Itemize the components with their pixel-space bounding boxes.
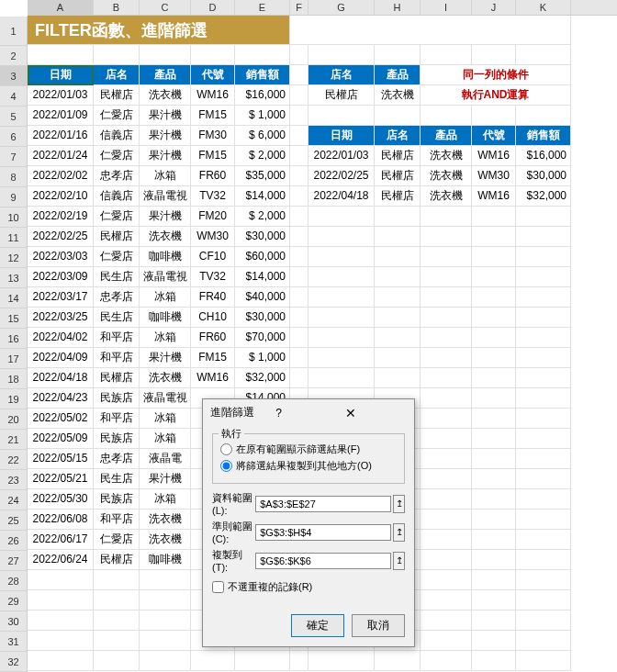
data-cell[interactable]: 2022/06/24	[28, 550, 94, 570]
data-cell[interactable]: 液晶電視	[140, 267, 191, 287]
row-header-19[interactable]: 19	[0, 389, 28, 409]
data-cell[interactable]: TV32	[191, 267, 235, 287]
crit-cell[interactable]: 民權店	[308, 85, 375, 106]
row-header-3[interactable]: 3	[0, 66, 28, 86]
criteria-range-input[interactable]	[255, 524, 391, 541]
data-cell[interactable]: 忠孝店	[94, 449, 140, 469]
data-cell[interactable]: TV32	[191, 186, 235, 207]
data-cell[interactable]: 2022/05/02	[28, 409, 94, 429]
data-cell[interactable]: $32,000	[235, 368, 290, 388]
data-cell[interactable]: 民族店	[94, 429, 140, 449]
data-cell[interactable]: 2022/04/02	[28, 328, 94, 348]
data-cell[interactable]: 2022/01/09	[28, 106, 94, 126]
col-header-J[interactable]: J	[472, 0, 516, 15]
data-cell[interactable]: 2022/02/19	[28, 207, 94, 227]
data-cell[interactable]: $14,000	[235, 186, 290, 207]
data-cell[interactable]: 仁愛店	[94, 106, 140, 126]
data-cell[interactable]: 冰箱	[140, 429, 191, 449]
range-picker-icon[interactable]: ↥	[393, 552, 405, 570]
radio-copy-input[interactable]	[220, 460, 232, 472]
data-cell[interactable]: FM30	[191, 126, 235, 146]
data-cell[interactable]: 2022/01/03	[28, 85, 94, 106]
data-cell[interactable]: 2022/05/15	[28, 449, 94, 469]
row-header-13[interactable]: 13	[0, 268, 28, 288]
data-cell[interactable]: FR60	[191, 166, 235, 186]
data-cell[interactable]: 2022/03/09	[28, 267, 94, 287]
crit-cell[interactable]: 洗衣機	[375, 85, 421, 106]
data-cell[interactable]: FR40	[191, 287, 235, 308]
data-cell[interactable]: $60,000	[235, 247, 290, 267]
result-cell[interactable]: 洗衣機	[421, 186, 472, 207]
result-cell[interactable]: WM16	[472, 186, 516, 207]
radio-copy-to[interactable]: 將篩選結果複製到其他地方(O)	[220, 459, 397, 473]
data-cell[interactable]: 和平店	[94, 348, 140, 368]
row-header-28[interactable]: 28	[0, 571, 28, 591]
data-cell[interactable]: FM15	[191, 106, 235, 126]
col-header-D[interactable]: D	[191, 0, 235, 15]
data-cell[interactable]: $70,000	[235, 328, 290, 348]
copy-to-input[interactable]	[255, 553, 391, 569]
crit-header[interactable]: 產品	[375, 65, 421, 85]
row-header-16[interactable]: 16	[0, 329, 28, 349]
data-cell[interactable]: FM20	[191, 207, 235, 227]
data-cell[interactable]: 冰箱	[140, 489, 191, 510]
unique-checkbox[interactable]	[212, 581, 224, 593]
data-cell[interactable]: 和平店	[94, 510, 140, 530]
result-cell[interactable]: 2022/01/03	[308, 146, 375, 166]
row-header-2[interactable]: 2	[0, 46, 28, 66]
data-cell[interactable]: 2022/05/21	[28, 469, 94, 489]
col-header-G[interactable]: G	[308, 0, 375, 15]
data-cell[interactable]: $14,000	[235, 267, 290, 287]
result-cell[interactable]: $30,000	[516, 166, 571, 186]
data-cell[interactable]: $ 6,000	[235, 126, 290, 146]
data-cell[interactable]: 忠孝店	[94, 166, 140, 186]
data-cell[interactable]: 民權店	[94, 85, 140, 106]
data-cell[interactable]: 2022/04/09	[28, 348, 94, 368]
left-header[interactable]: 產品	[140, 65, 191, 85]
data-cell[interactable]: 民生店	[94, 308, 140, 328]
row-header-10[interactable]: 10	[0, 207, 28, 228]
result-cell[interactable]: WM30	[472, 166, 516, 186]
radio-filter-inplace[interactable]: 在原有範圍顯示篩選結果(F)	[220, 442, 397, 456]
data-cell[interactable]: 果汁機	[140, 207, 191, 227]
result-cell[interactable]: 民權店	[375, 146, 421, 166]
note-text[interactable]: 同一列的條件	[421, 65, 571, 85]
data-cell[interactable]: 洗衣機	[140, 510, 191, 530]
row-header-24[interactable]: 24	[0, 490, 28, 510]
data-cell[interactable]: 信義店	[94, 186, 140, 207]
data-cell[interactable]: 民族店	[94, 388, 140, 409]
data-cell[interactable]: $40,000	[235, 287, 290, 308]
data-cell[interactable]: 2022/05/30	[28, 489, 94, 510]
data-cell[interactable]: 民族店	[94, 489, 140, 510]
data-cell[interactable]: 液晶電	[140, 449, 191, 469]
data-cell[interactable]: 民權店	[94, 368, 140, 388]
data-cell[interactable]: 民生店	[94, 267, 140, 287]
data-cell[interactable]: 2022/01/16	[28, 126, 94, 146]
row-header-1[interactable]: 1	[0, 17, 28, 46]
result-cell[interactable]: 民權店	[375, 186, 421, 207]
row-header-20[interactable]: 20	[0, 409, 28, 430]
data-cell[interactable]: 冰箱	[140, 409, 191, 429]
data-cell[interactable]: 2022/06/17	[28, 530, 94, 550]
crit-header[interactable]: 店名	[308, 65, 375, 85]
data-cell[interactable]: $ 2,000	[235, 146, 290, 166]
col-header-I[interactable]: I	[421, 0, 472, 15]
data-cell[interactable]: 咖啡機	[140, 550, 191, 570]
result-cell[interactable]: 2022/04/18	[308, 186, 375, 207]
data-cell[interactable]: 咖啡機	[140, 247, 191, 267]
data-cell[interactable]: 2022/04/23	[28, 388, 94, 409]
data-cell[interactable]: 信義店	[94, 126, 140, 146]
data-cell[interactable]: 冰箱	[140, 287, 191, 308]
data-cell[interactable]: 咖啡機	[140, 308, 191, 328]
data-cell[interactable]: 果汁機	[140, 106, 191, 126]
row-header-6[interactable]: 6	[0, 127, 28, 147]
radio-inplace-input[interactable]	[220, 443, 232, 455]
row-header-5[interactable]: 5	[0, 106, 28, 127]
data-cell[interactable]: 洗衣機	[140, 227, 191, 247]
row-header-15[interactable]: 15	[0, 308, 28, 329]
data-cell[interactable]: 果汁機	[140, 469, 191, 489]
data-cell[interactable]: $ 1,000	[235, 348, 290, 368]
data-cell[interactable]: 2022/03/25	[28, 308, 94, 328]
data-cell[interactable]: 民權店	[94, 227, 140, 247]
page-title[interactable]: FILTER函數、進階篩選	[28, 16, 290, 45]
